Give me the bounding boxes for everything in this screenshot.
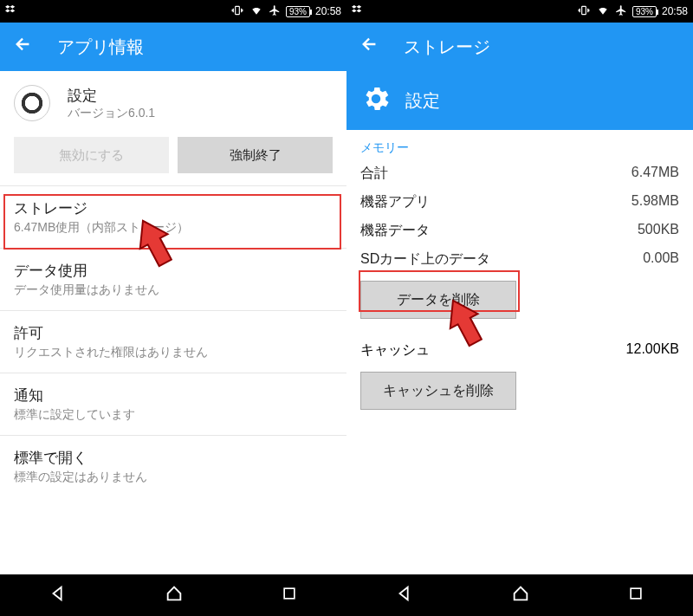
storage-header: 設定: [346, 71, 693, 130]
nav-recent-icon[interactable]: [627, 585, 644, 606]
status-bar: 93% 20:58: [346, 0, 693, 23]
nav-home-icon[interactable]: [165, 584, 184, 606]
list-item-label: 通知: [14, 386, 333, 405]
settings-app-icon: [14, 85, 50, 121]
nav-bar: [346, 574, 693, 616]
cache-value: 12.00KB: [626, 341, 679, 360]
appbar-title: アプリ情報: [57, 36, 144, 59]
gear-icon: [360, 83, 392, 118]
kv-key: 機器アプリ: [360, 193, 430, 211]
list-item-permissions[interactable]: 許可 リクエストされた権限はありません: [0, 310, 346, 373]
battery-indicator: 93%: [286, 6, 310, 17]
airplane-icon: [269, 4, 281, 19]
force-stop-button[interactable]: 強制終了: [178, 137, 333, 173]
list-item-open-default[interactable]: 標準で開く 標準の設定はありません: [0, 435, 346, 497]
right-content: メモリー 合計6.47MB 機器アプリ5.98MB 機器データ500KB SDカ…: [346, 130, 693, 574]
kv-key: 機器データ: [360, 222, 430, 240]
kv-row: 機器アプリ5.98MB: [346, 188, 693, 217]
vibrate-icon: [230, 4, 244, 19]
disable-button: 無効にする: [14, 137, 169, 173]
appbar-title: ストレージ: [404, 36, 490, 59]
app-header: 設定 バージョン6.0.1: [0, 71, 346, 132]
section-label-memory: メモリー: [346, 130, 693, 159]
airplane-icon: [615, 4, 627, 19]
nav-bar: [0, 574, 346, 616]
nav-back-icon[interactable]: [395, 584, 414, 606]
list-item-data-usage[interactable]: データ使用 データ使用量はありません: [0, 248, 346, 310]
right-phone: 93% 20:58 ストレージ 設定 メモリー 合計6.47MB 機器アプリ5.…: [346, 0, 693, 616]
back-icon[interactable]: [14, 35, 33, 59]
svg-rect-3: [631, 588, 641, 599]
kv-value: 6.47MB: [631, 165, 679, 183]
wifi-icon: [596, 4, 610, 19]
kv-key: 合計: [360, 165, 388, 183]
left-phone: 93% 20:58 アプリ情報 設定 バージョン6.0.1 無効にする 強制終了…: [0, 0, 346, 616]
app-name: 設定: [68, 86, 155, 106]
status-time: 20:58: [315, 5, 341, 17]
svg-rect-1: [284, 588, 295, 599]
nav-back-icon[interactable]: [49, 584, 68, 606]
status-bar: 93% 20:58: [0, 0, 346, 23]
list-item-sub: リクエストされた権限はありません: [14, 345, 333, 360]
left-content: 設定 バージョン6.0.1 無効にする 強制終了 ストレージ 6.47MB使用（…: [0, 71, 346, 574]
list-item-sub: データ使用量はありません: [14, 282, 333, 298]
highlight-clear-data: [359, 270, 520, 312]
svg-rect-2: [582, 6, 586, 14]
list-item-label: データ使用: [14, 261, 333, 281]
nav-recent-icon[interactable]: [281, 585, 298, 606]
status-time: 20:58: [662, 5, 688, 17]
cache-label: キャッシュ: [360, 341, 430, 360]
list-item-notifications[interactable]: 通知 標準に設定しています: [0, 373, 346, 435]
battery-indicator: 93%: [632, 6, 657, 17]
dropbox-icon: [5, 4, 17, 19]
kv-row: 合計6.47MB: [346, 159, 693, 188]
svg-rect-0: [236, 6, 240, 14]
app-bar: アプリ情報: [0, 23, 346, 71]
app-version: バージョン6.0.1: [68, 106, 155, 121]
wifi-icon: [249, 4, 263, 19]
dropbox-icon: [352, 4, 364, 19]
list-item-label: 標準で開く: [14, 448, 333, 468]
list-item-sub: 標準の設定はありません: [14, 470, 333, 485]
highlight-storage: [3, 194, 341, 250]
back-icon[interactable]: [360, 35, 379, 59]
cache-row: キャッシュ 12.00KB: [346, 326, 693, 365]
clear-cache-button[interactable]: キャッシュを削除: [360, 372, 516, 410]
app-bar: ストレージ: [346, 23, 693, 71]
vibrate-icon: [577, 4, 591, 19]
kv-key: SDカード上のデータ: [360, 250, 490, 269]
list-item-label: 許可: [14, 323, 333, 343]
nav-home-icon[interactable]: [511, 584, 530, 606]
list-item-sub: 標準に設定しています: [14, 407, 333, 423]
kv-row: 機器データ500KB: [346, 217, 693, 245]
storage-header-title: 設定: [405, 89, 440, 113]
kv-value: 5.98MB: [631, 193, 679, 211]
kv-value: 0.00B: [643, 250, 679, 269]
kv-value: 500KB: [638, 222, 679, 240]
